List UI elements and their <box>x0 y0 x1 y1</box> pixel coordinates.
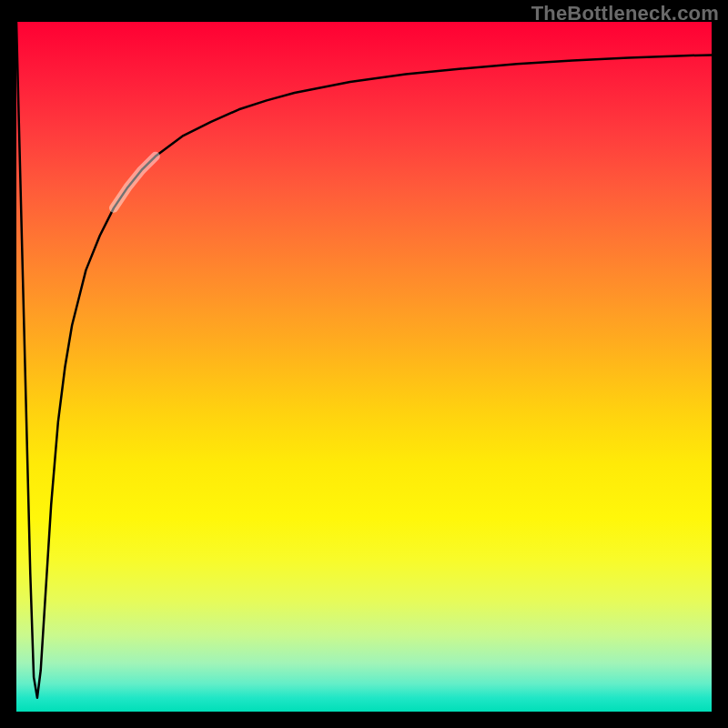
attribution-text: TheBottleneck.com <box>531 2 719 25</box>
plot-area <box>16 22 712 712</box>
curve-highlight <box>114 157 156 208</box>
chart-container: TheBottleneck.com <box>0 0 728 728</box>
curve-svg <box>16 22 712 712</box>
bottleneck-curve-line <box>16 22 712 698</box>
